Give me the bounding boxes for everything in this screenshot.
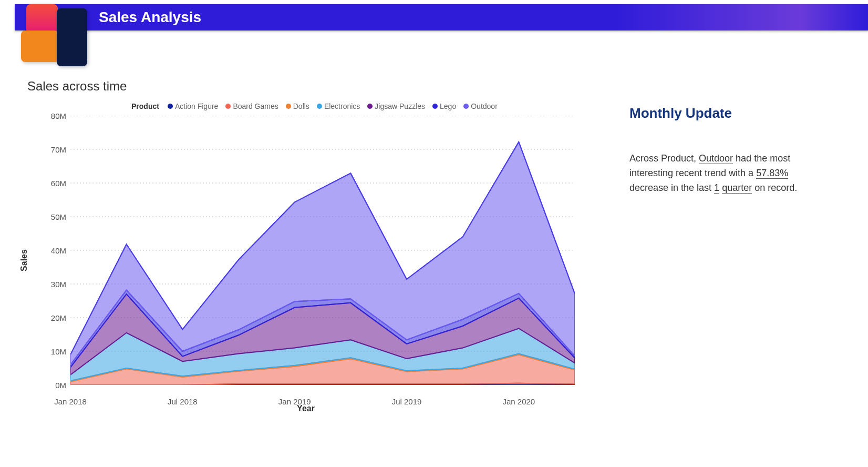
legend-swatch-icon — [463, 104, 469, 109]
legend-text: Board Games — [233, 102, 278, 110]
t: Across Product, — [629, 153, 699, 164]
header-bar: Sales Analysis — [15, 4, 868, 31]
legend-swatch-icon — [367, 104, 373, 109]
y-tick: 20M — [40, 313, 66, 322]
insight-body: Across Product, Outdoor had the most int… — [629, 151, 798, 195]
legend-swatch-icon — [432, 104, 438, 109]
insight-panel: Monthly Update Across Product, Outdoor h… — [629, 105, 798, 195]
legend-text: Outdoor — [471, 102, 498, 110]
y-tick: 40M — [40, 246, 66, 255]
insight-count[interactable]: 1 — [714, 182, 719, 194]
legend-text: Dolls — [293, 102, 309, 110]
legend-swatch-icon — [317, 104, 322, 109]
y-tick: 10M — [40, 347, 66, 356]
legend-swatch-icon — [225, 104, 231, 109]
chart-title: Sales across time — [27, 79, 127, 94]
legend-item[interactable]: Action Figure — [168, 102, 218, 110]
x-tick: Jan 2018 — [54, 397, 87, 406]
chart-legend: Product Action FigureBoard GamesDollsEle… — [131, 102, 498, 110]
legend-swatch-icon — [168, 104, 173, 109]
y-tick: 80M — [40, 111, 66, 120]
insight-unit[interactable]: quarter — [722, 182, 752, 194]
legend-item[interactable]: Board Games — [225, 102, 278, 110]
logo-block-orange — [21, 31, 59, 62]
legend-item[interactable]: Jigsaw Puzzles — [367, 102, 425, 110]
y-tick: 70M — [40, 145, 66, 154]
legend-text: Jigsaw Puzzles — [375, 102, 425, 110]
logo-block-navy — [57, 8, 87, 66]
legend-item[interactable]: Dolls — [286, 102, 309, 110]
legend-label: Product — [131, 102, 159, 110]
insight-product[interactable]: Outdoor — [699, 153, 733, 164]
t: decrease in the last — [629, 182, 714, 193]
chart-area[interactable]: Sales Year 0M10M20M30M40M50M60M70M80MJan… — [27, 110, 584, 410]
y-tick: 0M — [40, 381, 66, 390]
page-title: Sales Analysis — [99, 9, 201, 26]
legend-text: Electronics — [324, 102, 360, 110]
x-tick: Jan 2019 — [278, 397, 311, 406]
legend-item[interactable]: Electronics — [317, 102, 360, 110]
x-tick: Jul 2019 — [392, 397, 422, 406]
y-tick: 60M — [40, 179, 66, 188]
app-logo — [21, 4, 89, 65]
x-tick: Jan 2020 — [502, 397, 535, 406]
legend-text: Action Figure — [175, 102, 218, 110]
chart-plot[interactable] — [70, 116, 575, 385]
legend-text: Lego — [440, 102, 456, 110]
y-tick: 50M — [40, 212, 66, 221]
legend-item[interactable]: Outdoor — [463, 102, 498, 110]
y-axis-label: Sales — [19, 249, 29, 271]
y-tick: 30M — [40, 280, 66, 289]
legend-item[interactable]: Lego — [432, 102, 456, 110]
t: on record. — [752, 182, 797, 193]
x-tick: Jul 2018 — [168, 397, 198, 406]
insight-percent[interactable]: 57.83% — [756, 168, 788, 179]
insight-title: Monthly Update — [629, 105, 798, 121]
legend-swatch-icon — [286, 104, 291, 109]
